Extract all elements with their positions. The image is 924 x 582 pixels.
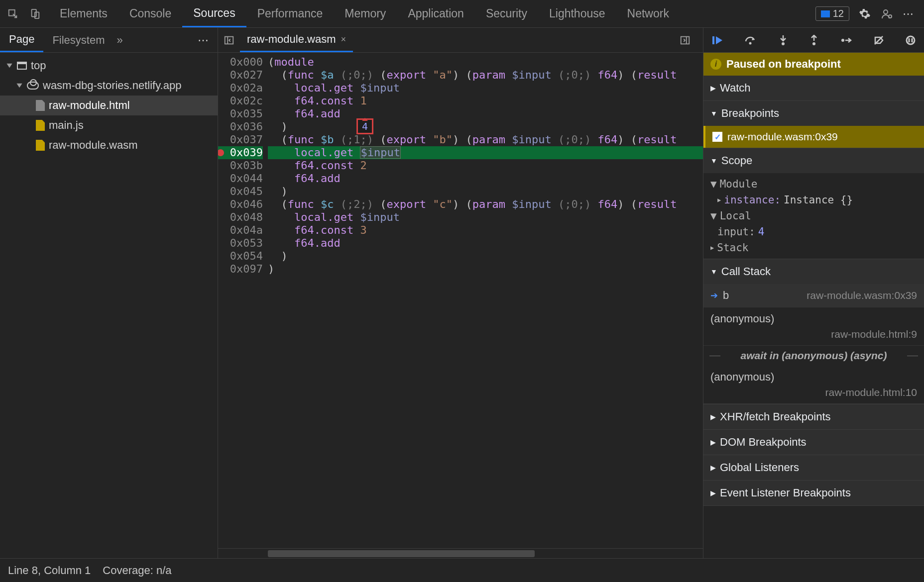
issue-icon — [821, 10, 830, 17]
scope-input: input: 4 — [703, 224, 924, 240]
svg-point-13 — [841, 39, 844, 42]
code-line[interactable]: ) — [268, 250, 703, 263]
breakpoint-item[interactable]: ✓ raw-module.wasm:0x39 — [703, 126, 924, 148]
top-tab-application[interactable]: Application — [397, 0, 475, 27]
top-tab-performance[interactable]: Performance — [246, 0, 334, 27]
code-line[interactable]: (module — [268, 56, 703, 69]
editor-tab[interactable]: raw-module.wasm × — [240, 28, 353, 52]
code-line[interactable]: ) — [268, 120, 703, 133]
navigator-more-icon[interactable]: ⋯ — [198, 34, 210, 47]
step-out-icon[interactable] — [809, 35, 819, 46]
devtools-topbar: ElementsConsoleSourcesPerformanceMemoryA… — [0, 0, 924, 28]
horizontal-scrollbar[interactable] — [218, 548, 703, 558]
file-icon — [36, 100, 45, 111]
toggle-debugger-icon[interactable] — [674, 35, 696, 46]
editor-pane: raw-module.wasm × 0x0000x0270x02a0x02c0x… — [218, 28, 703, 558]
tree-origin[interactable]: wasm-dbg-stories.netlify.app — [0, 76, 218, 96]
step-icon[interactable] — [840, 36, 852, 45]
svg-rect-1 — [32, 9, 36, 16]
checkbox-icon[interactable]: ✓ — [712, 132, 722, 142]
code-line[interactable]: f64.const 1 — [268, 95, 703, 107]
top-tab-console[interactable]: Console — [118, 0, 182, 27]
code-line[interactable]: f64.const 2 — [268, 159, 703, 172]
code-line[interactable]: f64.add — [268, 237, 703, 250]
callstack-frame[interactable]: (anonymous) raw-module.html:10 — [703, 366, 924, 404]
tree-file-js[interactable]: main.js — [0, 115, 218, 135]
status-bar: Line 8, Column 1 Coverage: n/a — [0, 558, 924, 582]
svg-rect-2 — [35, 12, 39, 18]
scope-module[interactable]: ▼Module — [703, 176, 924, 192]
watch-header[interactable]: ▶Watch — [703, 76, 924, 100]
svg-point-10 — [749, 42, 752, 44]
tree-file-html[interactable]: raw-module.html — [0, 96, 218, 115]
value-tooltip: 4 — [356, 118, 373, 134]
deactivate-breakpoints-icon[interactable] — [873, 35, 884, 46]
paused-banner: i Paused on breakpoint — [703, 53, 924, 76]
navigator-tab-filesystem[interactable]: Filesystem — [43, 28, 114, 52]
code-line[interactable]: f64.add — [268, 107, 703, 120]
svg-point-3 — [884, 10, 888, 14]
coverage-status: Coverage: n/a — [103, 564, 171, 577]
code-line[interactable]: f64.add — [268, 172, 703, 185]
callstack-header[interactable]: ▼Call Stack — [703, 259, 924, 284]
xhr-breakpoints-header[interactable]: ▶XHR/fetch Breakpoints — [703, 404, 924, 429]
top-tab-elements[interactable]: Elements — [49, 0, 118, 27]
file-icon — [36, 120, 45, 131]
svg-point-11 — [782, 42, 785, 45]
callstack-frame[interactable]: ➔braw-module.wasm:0x39 — [703, 284, 924, 307]
gear-icon[interactable] — [858, 7, 871, 20]
top-tab-sources[interactable]: Sources — [182, 0, 246, 27]
dom-breakpoints-header[interactable]: ▶DOM Breakpoints — [703, 430, 924, 455]
code-line[interactable]: (func $c (;2;) (export "c") (param $inpu… — [268, 198, 703, 211]
toggle-navigator-icon[interactable] — [218, 35, 240, 46]
more-icon[interactable]: ⋯ — [902, 7, 915, 20]
code-line[interactable]: (func $a (;0;) (export "a") (param $inpu… — [268, 69, 703, 82]
async-divider: await in (anonymous) (async) — [703, 346, 924, 366]
breakpoints-header[interactable]: ▼Breakpoints — [703, 101, 924, 126]
top-tab-network[interactable]: Network — [616, 0, 680, 27]
code-line[interactable]: local.get $input — [268, 146, 703, 159]
issues-count: 12 — [833, 8, 844, 19]
code-line[interactable]: ) — [268, 263, 703, 276]
callstack-frame[interactable]: (anonymous) raw-module.html:9 — [703, 307, 924, 346]
top-tab-security[interactable]: Security — [475, 0, 538, 27]
code-line[interactable]: (func $b (;1;) (export "b") (param $inpu… — [268, 133, 703, 146]
code-line[interactable]: local.get $input — [268, 211, 703, 224]
svg-point-4 — [889, 15, 892, 18]
info-icon: i — [710, 59, 721, 70]
tree-file-wasm[interactable]: raw-module.wasm — [0, 135, 218, 155]
cursor-position: Line 8, Column 1 — [8, 564, 91, 577]
resume-icon[interactable] — [711, 35, 723, 45]
event-listener-breakpoints-header[interactable]: ▶Event Listener Breakpoints — [703, 481, 924, 505]
navigator-pane: Page Filesystem » ⋯ top wasm-dbg-stories… — [0, 28, 218, 558]
close-icon[interactable]: × — [341, 34, 346, 45]
scope-stack[interactable]: ▶Stack — [703, 240, 924, 256]
global-listeners-header[interactable]: ▶Global Listeners — [703, 455, 924, 480]
svg-point-12 — [812, 42, 815, 45]
cloud-icon — [27, 82, 39, 90]
debugger-pane: i Paused on breakpoint ▶Watch ▼Breakpoin… — [703, 28, 924, 558]
step-into-icon[interactable] — [778, 35, 788, 46]
step-over-icon[interactable] — [744, 35, 757, 45]
top-tab-lighthouse[interactable]: Lighthouse — [538, 0, 616, 27]
file-icon — [36, 140, 45, 151]
top-tab-memory[interactable]: Memory — [334, 0, 397, 27]
account-icon[interactable] — [880, 7, 893, 20]
scope-local[interactable]: ▼Local — [703, 208, 924, 224]
scope-header[interactable]: ▼Scope — [703, 148, 924, 173]
scope-instance[interactable]: ▶instance: Instance {} — [703, 192, 924, 208]
svg-point-15 — [907, 36, 915, 44]
pause-exceptions-icon[interactable] — [905, 35, 916, 46]
frame-icon — [17, 62, 27, 70]
device-icon[interactable] — [26, 5, 44, 23]
inspect-icon[interactable] — [4, 5, 22, 23]
issues-badge[interactable]: 12 — [815, 6, 849, 21]
code-line[interactable]: ) — [268, 185, 703, 198]
navigator-overflow-icon[interactable]: » — [117, 34, 123, 47]
navigator-tab-page[interactable]: Page — [0, 28, 43, 52]
svg-rect-9 — [712, 36, 714, 44]
current-frame-icon: ➔ — [710, 290, 718, 301]
code-line[interactable]: local.get $input — [268, 82, 703, 95]
tree-top[interactable]: top — [0, 56, 218, 76]
code-line[interactable]: f64.const 3 — [268, 224, 703, 237]
